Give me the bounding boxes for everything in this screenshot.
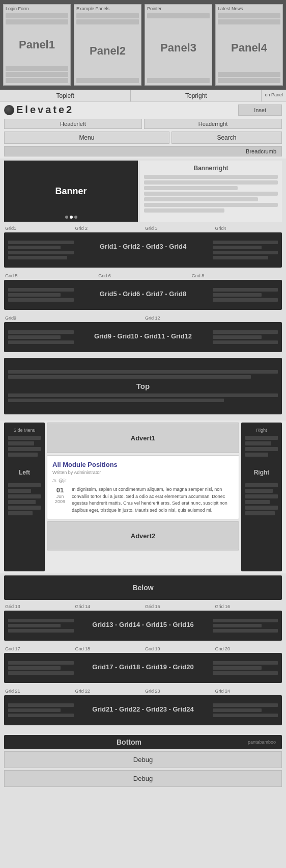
grid-row-1: Grid1 Grid 2 Grid 3 Grid4 Grid1 - Grid2 …: [0, 224, 286, 271]
left-col-title: Side Menu: [6, 427, 43, 434]
grid-main-label-2: Grid5 - Grid6 - Grid7 - Grid8: [78, 288, 209, 300]
top-line-1: [8, 370, 278, 374]
right-column: Right Right: [241, 423, 282, 571]
top-line-4: [8, 399, 224, 402]
right-col-item-9: [245, 506, 278, 510]
topbar-right[interactable]: Topright: [131, 90, 261, 101]
banner-line-5: [144, 197, 258, 201]
banner-dot-2[interactable]: [70, 216, 73, 219]
grid-row-3: Grid9 Grid 12 Grid9 - Grid10 - Grid11 - …: [0, 313, 286, 356]
bottom-grid-content-2: Grid17 - Grid18 - Grid19 - Grid20: [4, 653, 282, 683]
grid-label-3: Grid 3: [144, 225, 212, 231]
article-day: 01: [56, 486, 64, 494]
panel-4: Latest News Panel4: [215, 4, 283, 86]
grid-label-12: Grid 12: [144, 315, 282, 321]
panel-1-bottom1: [6, 66, 68, 71]
panel-2-box2: [76, 19, 139, 24]
banner-section: Banner Bannerright: [0, 159, 286, 224]
grid-label-8: Grid 8: [191, 273, 282, 279]
breadcrumb: Breadcrumb: [4, 146, 282, 156]
panel-1-label: Panel1: [4, 33, 70, 57]
right-col-item-7: [245, 494, 278, 498]
article-written: Written by Administrator: [52, 470, 234, 475]
article-name: Jr. @jit: [52, 478, 234, 483]
left-col-item-8: [8, 500, 36, 504]
top-line-3: [8, 393, 278, 397]
logo-text: Elevate2: [16, 104, 74, 116]
debug-bar-1[interactable]: Debug: [4, 751, 282, 768]
panel-1: Login Form Panel1: [3, 4, 71, 86]
article-box: All Module Positions Written by Administ…: [47, 455, 239, 519]
footer-bar: Bottom pantabamboo: [4, 735, 282, 749]
topbar-extra: en Panel: [261, 90, 286, 101]
left-col-item-3: [8, 447, 41, 451]
panel-2-bottom1: [76, 78, 139, 83]
panel-4-header: Latest News: [216, 5, 282, 12]
menu-box[interactable]: Menu: [4, 131, 169, 144]
banner-dot-3[interactable]: [74, 216, 77, 219]
footer-label: Bottom: [10, 738, 248, 746]
panel-3-bottom1: [147, 78, 210, 83]
right-col-item-5: [245, 483, 278, 487]
grid-row-2: Grid 5 Grid 6 Grid 8 Grid5 - Grid6 - Gri…: [0, 271, 286, 313]
header-section: Elevate2 Inset Headerleft Headerright Me…: [0, 101, 286, 159]
banner-line-6: [144, 203, 278, 207]
article-title[interactable]: All Module Positions: [52, 461, 234, 468]
bgrid-label-23: Grid 23: [144, 688, 212, 694]
left-column: Side Menu Left: [4, 423, 45, 571]
grid-content-1: Grid1 - Grid2 - Grid3 - Grid4: [4, 232, 282, 268]
grid-main-label-1: Grid1 - Grid2 - Grid3 - Grid4: [78, 241, 209, 252]
panel-1-header: Login Form: [4, 5, 70, 12]
grid-content-2: Grid5 - Grid6 - Grid7 - Grid8: [4, 280, 282, 310]
banner-line-2: [144, 180, 278, 185]
banner-dot-1[interactable]: [65, 216, 68, 219]
article-body: In dignissim, sapien ut condimentum aliq…: [72, 486, 234, 514]
below-section: Below: [0, 573, 286, 602]
advert1-box: Advert1: [47, 423, 239, 453]
bgrid-label-22: Grid 22: [74, 688, 142, 694]
panel-2-box1: [76, 13, 139, 18]
grid-label-5: Grid 5: [4, 273, 95, 279]
right-col-title: Right: [243, 427, 280, 434]
panel-1-bottom2: [6, 72, 68, 77]
bottom-grid-main-1: Grid13 - Grid14 - Grid15 - Grid16: [78, 619, 209, 630]
banner-right: Bannerright: [140, 161, 282, 222]
panel-1-bottom3: [6, 78, 68, 83]
left-col-label: Left: [6, 459, 43, 481]
bgrid-label-20: Grid 20: [214, 646, 282, 652]
bottom-grid-row-3: Grid 21 Grid 22 Grid 23 Grid 24 Grid21 -…: [0, 687, 286, 729]
panel-4-bottom2: [218, 78, 280, 83]
top-content: Top: [4, 358, 282, 414]
banner-right-label: Bannerright: [144, 165, 278, 172]
bgrid-label-14: Grid 14: [74, 603, 142, 610]
banner-left: Banner: [4, 161, 138, 222]
bgrid-label-24: Grid 24: [214, 688, 282, 694]
panel-3: Pointer Panel3: [145, 4, 212, 86]
bgrid-label-18: Grid 18: [74, 646, 142, 652]
article-month: Jun: [56, 494, 64, 499]
banner-left-label: Banner: [55, 186, 87, 197]
debug-bar-2[interactable]: Debug: [4, 770, 282, 787]
logo-area[interactable]: Elevate2: [4, 104, 74, 116]
logo-icon: [4, 105, 14, 115]
left-col-item-4: [8, 453, 38, 457]
right-col-item-8: [245, 500, 270, 504]
banner-line-4: [144, 192, 278, 196]
right-col-item-10: [245, 511, 275, 515]
bgrid-label-15: Grid 15: [144, 603, 212, 610]
grid-main-label-3: Grid9 - Grid10 - Grid11 - Grid12: [78, 330, 209, 342]
bottom-grid-main-2: Grid17 - Grid18 - Grid19 - Grid20: [78, 661, 209, 673]
search-box[interactable]: Search: [171, 131, 282, 144]
right-col-item-6: [245, 489, 273, 493]
topbar-left[interactable]: Topleft: [0, 90, 131, 101]
panel-3-label: Panel3: [145, 36, 212, 60]
below-content: Below: [4, 575, 282, 600]
bottom-grid-main-3: Grid21 - Grid22 - Grid23 - Grid24: [78, 703, 209, 715]
below-label: Below: [132, 584, 153, 592]
right-col-item-2: [245, 441, 271, 445]
panel-3-header: Pointer: [145, 5, 212, 12]
grid-label-9: Grid9: [4, 315, 142, 321]
left-col-item-6: [8, 489, 31, 493]
headerright-box: Headerright: [144, 119, 282, 129]
article-date: 01 Jun 2009: [52, 486, 68, 514]
